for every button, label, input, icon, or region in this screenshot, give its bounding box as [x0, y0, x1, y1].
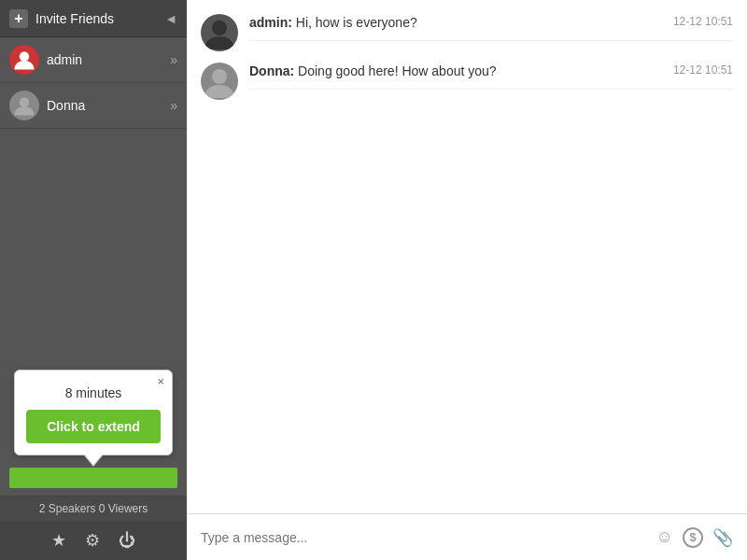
username-donna: Donna: [47, 98, 85, 113]
expand-admin-icon[interactable]: »: [170, 52, 177, 67]
sidebar-title: Invite Friends: [35, 11, 114, 26]
message-text: 12-12 10:51 admin: Hi, how is everyone?: [249, 14, 733, 41]
avatar: [201, 63, 238, 100]
sidebar-item-donna[interactable]: Donna »: [0, 83, 187, 129]
message-content: 12-12 10:51 admin: Hi, how is everyone?: [249, 14, 733, 41]
extend-button[interactable]: Click to extend: [26, 410, 161, 443]
power-icon[interactable]: ⏻: [119, 531, 135, 551]
chat-area: 12-12 10:51 admin: Hi, how is everyone? …: [187, 0, 747, 560]
sidebar-footer: 2 Speakers 0 Viewers ★ ⚙ ⏻: [0, 496, 187, 560]
avatar-admin: [9, 45, 39, 75]
collapse-sidebar-button[interactable]: ◄: [164, 11, 177, 26]
sidebar-stats: 2 Speakers 0 Viewers: [0, 497, 187, 521]
sender-name: admin:: [249, 15, 292, 30]
message-content: 12-12 10:51 Donna: Doing good here! How …: [249, 63, 733, 90]
star-icon[interactable]: ★: [51, 530, 66, 551]
dollar-icon[interactable]: $: [683, 527, 703, 548]
green-progress-bar[interactable]: [9, 468, 177, 488]
tooltip-minutes: 8 minutes: [26, 385, 161, 400]
table-row: 12-12 10:51 admin: Hi, how is everyone?: [201, 14, 733, 51]
extend-tooltip: × 8 minutes Click to extend: [14, 370, 173, 467]
svg-point-1: [20, 97, 30, 107]
message-body: Hi, how is everyone?: [296, 15, 417, 30]
avatar: [201, 14, 238, 51]
message-timestamp: 12-12 10:51: [673, 14, 733, 30]
tooltip-box: × 8 minutes Click to extend: [14, 370, 173, 455]
messages-list: 12-12 10:51 admin: Hi, how is everyone? …: [187, 0, 747, 513]
sender-name: Donna:: [249, 63, 294, 78]
message-text: 12-12 10:51 Donna: Doing good here! How …: [249, 63, 733, 90]
expand-donna-icon[interactable]: »: [170, 98, 177, 113]
table-row: 12-12 10:51 Donna: Doing good here! How …: [201, 63, 733, 100]
chat-input-area: ☺ $ 📎: [187, 513, 747, 560]
sidebar-actions: ★ ⚙ ⏻: [0, 521, 187, 560]
svg-point-3: [212, 69, 227, 84]
username-admin: admin: [47, 52, 82, 67]
svg-point-2: [212, 21, 227, 35]
emoji-icon[interactable]: ☺: [656, 527, 673, 547]
sidebar-header: + Invite Friends ◄: [0, 0, 187, 37]
tooltip-triangle: [84, 455, 103, 467]
gear-icon[interactable]: ⚙: [85, 530, 100, 551]
message-body: Doing good here! How about you?: [298, 63, 496, 78]
attachment-icon[interactable]: 📎: [712, 527, 733, 548]
message-timestamp: 12-12 10:51: [673, 63, 733, 78]
sidebar-item-admin[interactable]: admin »: [0, 37, 187, 83]
add-friend-icon[interactable]: +: [9, 9, 28, 28]
avatar-donna: [9, 91, 39, 120]
svg-point-0: [20, 51, 30, 62]
tooltip-close-button[interactable]: ×: [157, 374, 164, 388]
message-input[interactable]: [201, 530, 647, 545]
sidebar-header-left: + Invite Friends: [9, 9, 114, 28]
sidebar: + Invite Friends ◄ admin »: [0, 0, 187, 560]
